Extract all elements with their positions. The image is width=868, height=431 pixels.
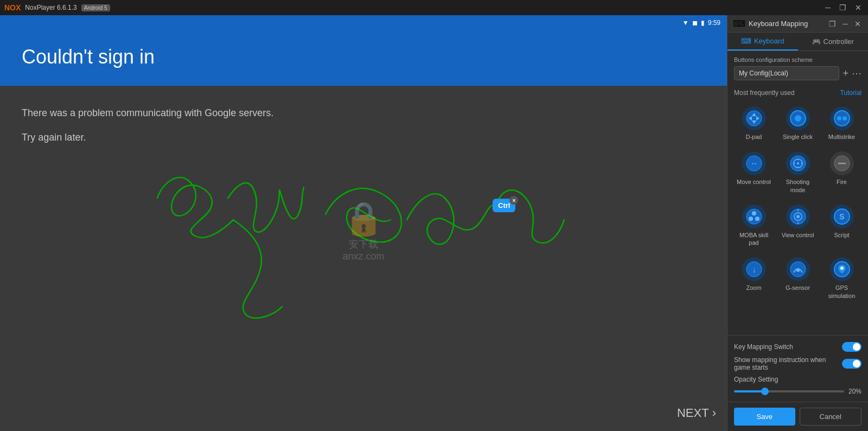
svg-point-25 bbox=[749, 217, 753, 221]
key-mapping-switch-label: Key Mapping Switch bbox=[734, 343, 842, 351]
error-message: There was a problem communicating with G… bbox=[22, 107, 705, 119]
cancel-button[interactable]: Cancel bbox=[800, 408, 862, 426]
tool-multistrike[interactable]: Multistrike bbox=[821, 102, 863, 145]
config-label: Buttons configuration scheme bbox=[734, 56, 861, 63]
km-keyboard-icon: ⌨ bbox=[733, 18, 745, 29]
close-button[interactable]: ✕ bbox=[853, 3, 864, 12]
controller-tab-icon: 🎮 bbox=[812, 37, 821, 46]
script-label: Script bbox=[834, 231, 849, 239]
watermark-icon: 🔒 bbox=[342, 199, 384, 238]
single-click-label: Single click bbox=[783, 133, 813, 141]
tool-move-control[interactable]: ↔ Move control bbox=[733, 147, 775, 198]
opacity-label: Opacity Setting bbox=[734, 376, 861, 383]
emulator-area: ▼ ◼ ▮ 9:59 Couldn't sign in There was a … bbox=[0, 15, 727, 431]
shooting-mode-icon bbox=[786, 151, 810, 175]
moba-skill-pad-label: MOBA skill pad bbox=[735, 231, 773, 247]
ctrl-badge[interactable]: Ctrl × bbox=[493, 199, 515, 212]
svg-text:↔: ↔ bbox=[750, 159, 758, 168]
freq-label: Most frequently used bbox=[734, 89, 794, 97]
km-tabs: ⌨ Keyboard 🎮 Controller bbox=[727, 33, 868, 51]
tool-moba-skill-pad[interactable]: MOBA skill pad bbox=[733, 200, 775, 251]
show-mapping-toggle[interactable] bbox=[842, 359, 861, 369]
opacity-row: 20% bbox=[734, 388, 861, 395]
svg-point-36 bbox=[796, 269, 800, 272]
key-mapping-switch-row: Key Mapping Switch bbox=[734, 342, 861, 352]
view-control-label: View control bbox=[782, 231, 814, 239]
time-display: 9:59 bbox=[708, 19, 720, 27]
tool-fire[interactable]: Fire bbox=[821, 147, 863, 198]
gps-simulation-label: GPS simulation bbox=[823, 284, 860, 300]
tool-single-click[interactable]: Single click bbox=[777, 102, 819, 145]
svg-point-38 bbox=[840, 267, 844, 270]
keyboard-tab-icon: ⌨ bbox=[741, 37, 751, 45]
tab-keyboard[interactable]: ⌨ Keyboard bbox=[727, 33, 798, 50]
config-select[interactable]: My Config(Local) Default Config bbox=[734, 66, 839, 80]
android-content: Couldn't sign in There was a problem com… bbox=[0, 30, 727, 431]
move-control-icon: ↔ bbox=[742, 151, 766, 175]
tools-grid: D-pad Single click Multistrike ↔ bbox=[727, 100, 868, 306]
title-bar: NOX NoxPlayer 6.6.1.3 Android 5 ─ ❐ ✕ bbox=[0, 0, 868, 15]
opacity-slider-thumb[interactable] bbox=[761, 388, 769, 395]
save-button[interactable]: Save bbox=[734, 408, 795, 426]
tab-controller[interactable]: 🎮 Controller bbox=[798, 33, 869, 50]
opacity-slider[interactable] bbox=[734, 390, 844, 392]
next-chevron-icon: › bbox=[712, 406, 716, 420]
watermark-site: 安下载 bbox=[342, 238, 384, 251]
tool-zoom[interactable]: ↓ Zoom bbox=[733, 253, 775, 304]
tool-shooting-mode[interactable]: Shooting mode bbox=[777, 147, 819, 198]
freq-header: Most frequently used Tutorial bbox=[727, 86, 868, 100]
svg-point-8 bbox=[834, 111, 850, 126]
svg-point-19 bbox=[797, 162, 799, 164]
shooting-mode-label: Shooting mode bbox=[779, 178, 816, 194]
main-wrapper: ▼ ◼ ▮ 9:59 Couldn't sign in There was a … bbox=[0, 15, 868, 431]
fire-icon bbox=[830, 151, 854, 175]
tool-script[interactable]: S Script bbox=[821, 200, 863, 251]
key-mapping-toggle[interactable] bbox=[842, 342, 861, 352]
signal-icon: ◼ bbox=[692, 19, 698, 27]
watermark-url: anxz.com bbox=[342, 251, 384, 262]
dpad-icon bbox=[742, 106, 766, 130]
g-sensor-label: G-sensor bbox=[786, 284, 810, 291]
keyboard-mapping-panel: ⌨ Keyboard Mapping ❐ ─ ✕ ⌨ Keyboard 🎮 Co… bbox=[727, 15, 868, 431]
svg-point-10 bbox=[843, 116, 847, 121]
multistrike-label: Multistrike bbox=[828, 133, 856, 141]
next-button[interactable]: NEXT › bbox=[677, 406, 716, 420]
battery-icon: ▮ bbox=[701, 19, 705, 27]
svg-point-7 bbox=[795, 115, 801, 122]
restore-button[interactable]: ❐ bbox=[837, 3, 848, 12]
watermark: 🔒 安下载 anxz.com bbox=[342, 199, 384, 262]
view-control-icon bbox=[786, 205, 810, 229]
svg-point-9 bbox=[837, 116, 841, 121]
tool-view-control[interactable]: View control bbox=[777, 200, 819, 251]
config-more-button[interactable]: ⋯ bbox=[852, 67, 861, 79]
dpad-label: D-pad bbox=[746, 133, 762, 141]
tutorial-link[interactable]: Tutorial bbox=[840, 89, 861, 97]
minimize-button[interactable]: ─ bbox=[823, 3, 833, 12]
nox-logo: NOX bbox=[4, 3, 21, 12]
opacity-value: 20% bbox=[848, 388, 861, 395]
config-add-button[interactable]: + bbox=[843, 68, 848, 79]
svg-point-28 bbox=[796, 215, 800, 218]
fire-label: Fire bbox=[837, 178, 847, 186]
app-name: NoxPlayer 6.6.1.3 bbox=[25, 4, 76, 11]
tool-gps-simulation[interactable]: GPS simulation bbox=[821, 253, 863, 304]
titlebar-controls: ─ ❐ ✕ bbox=[823, 3, 864, 12]
svg-point-23 bbox=[752, 211, 756, 216]
android-badge: Android 5 bbox=[81, 4, 110, 11]
g-sensor-icon bbox=[786, 257, 810, 281]
tool-dpad[interactable]: D-pad bbox=[733, 102, 775, 145]
wifi-icon: ▼ bbox=[682, 19, 689, 27]
android-status-bar: ▼ ◼ ▮ 9:59 bbox=[0, 15, 727, 30]
error-header: Couldn't sign in bbox=[0, 30, 727, 86]
km-close-button[interactable]: ✕ bbox=[853, 20, 863, 28]
km-minimize-button[interactable]: ─ bbox=[841, 20, 850, 28]
km-restore-button[interactable]: ❐ bbox=[827, 20, 838, 28]
ctrl-label: Ctrl bbox=[498, 201, 510, 210]
tool-g-sensor[interactable]: G-sensor bbox=[777, 253, 819, 304]
ctrl-close-button[interactable]: × bbox=[509, 196, 518, 205]
svg-text:↓: ↓ bbox=[752, 265, 756, 274]
gps-simulation-icon bbox=[830, 257, 854, 281]
error-title: Couldn't sign in bbox=[22, 46, 705, 68]
km-title-bar: ⌨ Keyboard Mapping ❐ ─ ✕ bbox=[727, 15, 868, 33]
zoom-label: Zoom bbox=[746, 284, 761, 291]
